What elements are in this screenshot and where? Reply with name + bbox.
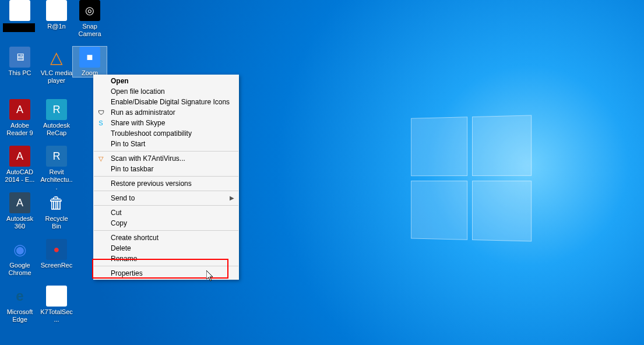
desktop-icon-recap[interactable]: RAutodesk ReCap [40, 99, 73, 137]
menu-separator [94, 230, 238, 231]
desktop-icon-thispc[interactable]: 🖥This PC [3, 47, 37, 77]
menu-item-rename[interactable]: Rename [93, 254, 239, 264]
desktop-icon-label: Autodesk 360 [3, 215, 37, 230]
bin-icon: 🗑 [46, 192, 67, 213]
zoom-icon: ■ [79, 47, 100, 68]
desktop-icon-label: ScreenRec [40, 262, 73, 269]
desktop-icon-label: Adobe Reader 9 [3, 122, 37, 137]
menu-item-label: Enable/Disable Digital Signature Icons [111, 98, 230, 106]
menu-item-label: Pin to taskbar [111, 165, 153, 173]
menu-item-copy[interactable]: Copy [93, 218, 239, 228]
menu-item-label: Delete [111, 244, 131, 252]
menu-separator [94, 205, 238, 206]
skype-icon: S [97, 119, 105, 127]
menu-item-label: Share with Skype [111, 119, 165, 127]
desktop-icon-label: Recycle Bin [40, 215, 73, 230]
desktop-icon-chrome[interactable]: ◉Google Chrome [3, 239, 37, 277]
menu-item-restore-previous-versions[interactable]: Restore previous versions [93, 178, 239, 189]
chrome-icon: ◉ [9, 239, 30, 260]
desktop-icon-label: Google Chrome [3, 262, 37, 277]
menu-item-scan-with-k7antivirus[interactable]: ▽Scan with K7AntiVirus... [93, 153, 239, 164]
menu-item-label: Rename [111, 255, 137, 263]
menu-item-label: Create shortcut [111, 234, 159, 242]
menu-item-label: Properties [111, 269, 143, 277]
menu-item-enable-disable-digital-signature-icons[interactable]: Enable/Disable Digital Signature Icons [93, 97, 239, 107]
redacted-icon [9, 0, 30, 21]
menu-item-open[interactable]: Open [93, 76, 239, 86]
menu-item-share-with-skype[interactable]: SShare with Skype [93, 118, 239, 128]
desktop-icon-srec[interactable]: ●ScreenRec [40, 239, 73, 269]
desktop-icon-label: R@1n [40, 23, 73, 30]
desktop-icon-label: AutoCAD 2014 - E... [3, 168, 37, 184]
vlc-icon: △ [46, 47, 67, 68]
desktop[interactable]: ≡R@1n◎Snap Camera🖥This PC△VLC media play… [0, 0, 644, 345]
thispc-icon: 🖥 [9, 47, 30, 68]
context-menu[interactable]: OpenOpen file locationEnable/Disable Dig… [93, 75, 239, 280]
desktop-icon-label: Autodesk ReCap [40, 122, 73, 137]
menu-item-cut[interactable]: Cut [93, 207, 239, 218]
desktop-icon-edge[interactable]: eMicrosoft Edge [3, 286, 37, 323]
menu-item-troubleshoot-compatibility[interactable]: Troubleshoot compatibility [93, 128, 239, 139]
desktop-icon-zoom[interactable]: ■Zoom [73, 47, 107, 77]
desktop-icon-label: Revit Architectu... [40, 168, 73, 191]
submenu-arrow-icon: ▶ [230, 193, 234, 203]
menu-item-properties[interactable]: Properties [93, 268, 239, 279]
srec-icon: ● [46, 239, 67, 260]
desktop-icon-a360[interactable]: AAutodesk 360 [3, 192, 37, 230]
menu-item-label: Run as administrator [111, 108, 175, 117]
desktop-icon-label: This PC [3, 69, 37, 77]
menu-item-pin-to-taskbar[interactable]: Pin to taskbar [93, 164, 239, 174]
menu-item-label: Troubleshoot compatibility [111, 129, 192, 138]
recap-icon: R [46, 99, 67, 120]
menu-item-create-shortcut[interactable]: Create shortcut [93, 233, 239, 243]
reader9-icon: A [9, 99, 30, 120]
desktop-icon-vlc[interactable]: △VLC media player [40, 47, 73, 85]
k7-icon: K7 [46, 286, 67, 307]
menu-item-run-as-administrator[interactable]: 🛡Run as administrator [93, 107, 239, 118]
revit-icon: R [46, 146, 67, 167]
desktop-icon-rain[interactable]: ≡R@1n [40, 0, 73, 30]
menu-separator [94, 266, 238, 266]
windows-logo [411, 115, 536, 247]
acad-icon: A [9, 146, 30, 167]
menu-item-delete[interactable]: Delete [93, 243, 239, 254]
menu-item-label: Open [111, 77, 129, 85]
desktop-icon-reader9[interactable]: AAdobe Reader 9 [3, 99, 37, 137]
menu-item-label: Cut [111, 209, 122, 217]
menu-item-label: Copy [111, 219, 127, 227]
menu-item-label: Open file location [111, 87, 165, 96]
desktop-icon-bin[interactable]: 🗑Recycle Bin [40, 192, 73, 230]
rain-icon: ≡ [46, 0, 67, 21]
redacted-label [3, 23, 35, 32]
menu-item-label: Restore previous versions [111, 179, 192, 188]
desktop-icon-label: K7TotalSec... [40, 308, 73, 323]
menu-item-open-file-location[interactable]: Open file location [93, 86, 239, 97]
desktop-icon-k7[interactable]: K7K7TotalSec... [40, 286, 73, 323]
desktop-icon-snapcamera[interactable]: ◎Snap Camera [73, 0, 107, 38]
desktop-icon-label: VLC media player [40, 69, 73, 85]
shield-icon: 🛡 [97, 108, 105, 117]
menu-item-label: Scan with K7AntiVirus... [111, 154, 185, 163]
menu-separator [94, 191, 238, 191]
menu-item-label: Pin to Start [111, 140, 145, 148]
menu-separator [94, 151, 238, 152]
desktop-icon-redacted[interactable] [3, 0, 37, 23]
menu-separator [94, 176, 238, 177]
desktop-icon-revit[interactable]: RRevit Architectu... [40, 146, 73, 191]
snapcamera-icon: ◎ [79, 0, 100, 21]
menu-item-label: Send to [111, 194, 135, 202]
desktop-icon-acad[interactable]: AAutoCAD 2014 - E... [3, 146, 37, 184]
desktop-icon-label: Snap Camera [73, 23, 107, 38]
edge-icon: e [9, 286, 30, 307]
menu-item-send-to[interactable]: Send to▶ [93, 193, 239, 203]
a360-icon: A [9, 192, 30, 213]
desktop-icon-label: Microsoft Edge [3, 308, 37, 323]
k7-icon: ▽ [97, 154, 105, 163]
menu-item-pin-to-start[interactable]: Pin to Start [93, 139, 239, 149]
